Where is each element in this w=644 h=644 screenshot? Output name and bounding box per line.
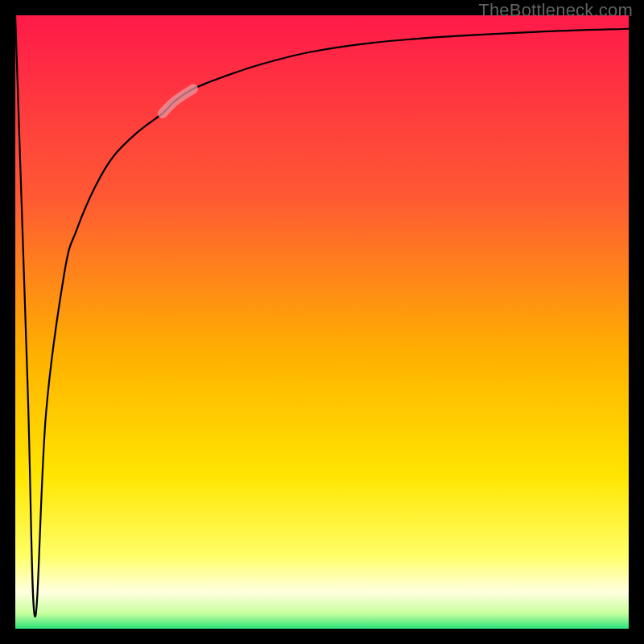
bottleneck-curve <box>15 15 629 617</box>
plot-area <box>15 15 629 629</box>
chart-root: TheBottleneck.com <box>0 0 644 644</box>
curve-layer <box>15 15 629 629</box>
watermark-label: TheBottleneck.com <box>478 0 633 21</box>
curve-highlight-segment <box>163 89 193 113</box>
